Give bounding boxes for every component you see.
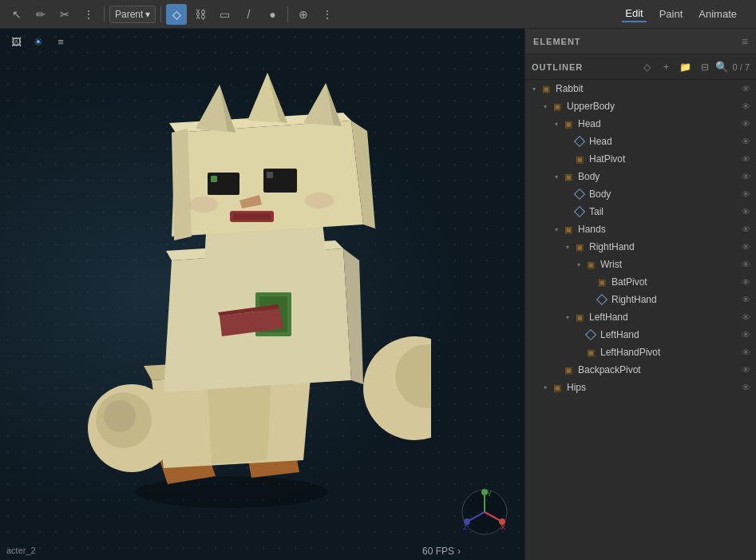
eye-lefthand-mesh[interactable]: 👁 [738,328,753,342]
tree-item-hands-group[interactable]: ▾ ▣ Hands 👁 [525,220,756,238]
folder-icon-rabbit: ▣ [540,82,552,95]
arrow-hands-group[interactable]: ▾ [551,224,562,235]
tree-item-lefthand-mesh[interactable]: ▾ LeftHand 👁 [525,326,756,344]
eye-tail-mesh[interactable]: 👁 [738,205,753,219]
circle-icon[interactable]: ● [262,4,283,25]
label-lefthand-mesh: LeftHand [600,329,738,340]
filter-icon[interactable]: ◇ [639,58,656,76]
gizmo: Y X Z [461,488,509,536]
label-righthand-group: RightHand [589,241,738,252]
tree-item-head-group[interactable]: ▾ ▣ Head 👁 [525,115,756,133]
element-panel-header: ELEMENT ≡ [525,29,756,54]
tree-item-batpivot[interactable]: ▾ ▣ BatPivot 👁 [525,273,756,291]
eye-lefthandpivot[interactable]: 👁 [738,345,753,359]
sun-lighting-icon[interactable]: ☀ [29,32,48,51]
eye-lefthand-group[interactable]: 👁 [738,310,753,324]
diamond-icon[interactable]: ◇ [166,4,187,25]
tree-item-backpackpivot[interactable]: ▾ ▣ BackpackPivot 👁 [525,361,756,379]
eye-hips-group[interactable]: 👁 [738,380,753,395]
menu-animate[interactable]: Animate [695,6,740,22]
tree-item-lefthand-group[interactable]: ▾ ▣ LeftHand 👁 [525,308,756,326]
scissors-icon[interactable]: ✂ [54,4,75,25]
label-body-mesh: Body [589,189,738,200]
eye-body-group[interactable]: 👁 [738,169,753,184]
outliner-tree: ▾ ▣ Rabbit 👁 ▾ ▣ UpperBody 👁 ▾ ▣ Head 👁 [525,80,756,560]
label-righthand-mesh: RightHand [612,294,738,305]
tree-item-righthand-group[interactable]: ▾ ▣ RightHand 👁 [525,238,756,256]
folder-icon-lefthandpivot: ▣ [584,346,597,359]
label-upperbody: UpperBody [567,101,738,112]
arrow-rabbit[interactable]: ▾ [528,83,540,94]
tree-item-lefthandpivot[interactable]: ▾ ▣ LeftHandPivot 👁 [525,344,756,361]
line-icon[interactable]: / [238,4,259,25]
tree-item-hatpivot[interactable]: ▾ ▣ HatPivot 👁 [525,150,756,168]
move-icon[interactable]: ⊕ [293,4,314,25]
link-icon[interactable]: ⛓ [190,4,211,25]
split-icon[interactable]: ⊟ [696,58,714,76]
tree-item-head-mesh[interactable]: ▾ Head 👁 [525,133,756,150]
folder-icon-backpackpivot: ▣ [562,363,575,376]
eye-rabbit[interactable]: 👁 [738,81,753,96]
tree-item-body-group[interactable]: ▾ ▣ Body 👁 [525,168,756,185]
menu-paint[interactable]: Paint [656,6,687,22]
tree-item-tail-mesh[interactable]: ▾ Tail 👁 [525,203,756,220]
folder-icon-hips-group: ▣ [551,381,564,394]
svg-point-10 [104,400,136,432]
parent-dropdown[interactable]: Parent ▾ [109,6,156,23]
eye-righthand-mesh[interactable]: 👁 [738,292,753,307]
grid-view-icon[interactable]: ≡ [51,32,70,51]
tree-item-rabbit[interactable]: ▾ ▣ Rabbit 👁 [525,80,756,97]
label-head-group: Head [578,118,738,129]
label-head-mesh: Head [589,136,738,147]
main-area: 🖼 ☀ ≡ [0,29,756,560]
search-icon[interactable]: 🔍 [715,61,728,73]
folder-icon-body-group: ▣ [562,170,575,183]
eye-upperbody[interactable]: 👁 [738,99,753,113]
arrow-lefthand-group[interactable]: ▾ [562,312,573,323]
eye-righthand-group[interactable]: 👁 [738,240,753,254]
svg-rect-37 [233,213,271,220]
arrow-wrist-group[interactable]: ▾ [573,259,584,270]
eye-wrist-group[interactable]: 👁 [738,257,753,272]
add-folder-icon[interactable]: 📁 [677,58,695,76]
eye-backpackpivot[interactable]: 👁 [738,363,753,377]
character-3d [48,69,431,532]
more-options-icon[interactable]: ⋮ [78,4,99,25]
divider-2 [160,6,161,22]
more2-icon[interactable]: ⋮ [317,4,338,25]
add-node-icon[interactable]: + [658,58,675,76]
tree-item-hips-group[interactable]: ▾ ▣ Hips 👁 [525,379,756,396]
eye-body-mesh[interactable]: 👁 [738,187,753,201]
eye-hands-group[interactable]: 👁 [738,222,753,236]
eye-head-mesh[interactable]: 👁 [738,134,753,149]
folder-icon-hatpivot: ▣ [573,153,586,165]
label-hands-group: Hands [578,224,738,235]
cursor-icon[interactable]: ↖ [6,4,27,25]
eye-batpivot[interactable]: 👁 [738,275,753,289]
outliner-tools: ◇ + 📁 ⊟ 🔍 0 / 7 [639,58,750,76]
menu-edit[interactable]: Edit [622,6,646,22]
eye-hatpivot[interactable]: 👁 [738,152,753,166]
svg-rect-34 [267,172,273,178]
image-view-icon[interactable]: 🖼 [6,32,26,51]
eye-head-group[interactable]: 👁 [738,117,753,131]
arrow-hips-group[interactable]: ▾ [540,382,551,393]
folder-icon-lefthand-group: ▣ [573,311,586,324]
arrow-head-group[interactable]: ▾ [551,118,562,129]
rect-icon[interactable]: ▭ [214,4,235,25]
pen-icon[interactable]: ✏ [30,4,51,25]
outliner-count: 0 / 7 [733,62,750,72]
tree-item-upperbody[interactable]: ▾ ▣ UpperBody 👁 [525,97,756,115]
folder-icon-batpivot: ▣ [596,276,608,288]
svg-text:Z: Z [463,523,468,531]
divider-3 [287,6,288,22]
gem-icon-lefthand [584,328,597,341]
arrow-righthand-group[interactable]: ▾ [562,241,573,252]
arrow-body-group[interactable]: ▾ [551,171,562,182]
tree-item-wrist-group[interactable]: ▾ ▣ Wrist 👁 [525,256,756,273]
viewport[interactable]: 🖼 ☀ ≡ [0,29,524,560]
tree-item-body-mesh[interactable]: ▾ Body 👁 [525,185,756,203]
arrow-upperbody[interactable]: ▾ [540,101,551,112]
panel-menu-icon[interactable]: ≡ [742,35,748,48]
tree-item-righthand-mesh[interactable]: ▾ RightHand 👁 [525,291,756,308]
